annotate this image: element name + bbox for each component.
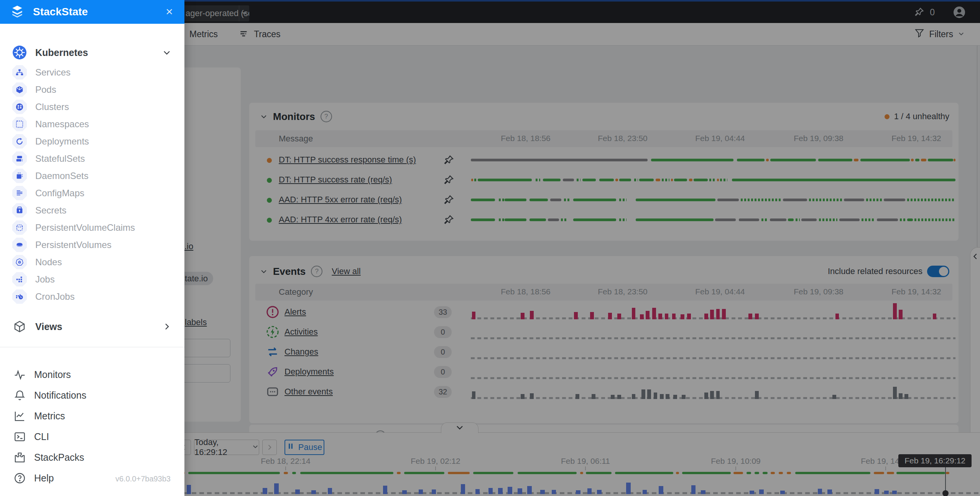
resource-icon: [12, 117, 27, 131]
sidebar-item-label: Deployments: [35, 136, 89, 147]
sidebar-item-icon: [14, 389, 26, 401]
sidebar-bottom-item[interactable]: StackPacks: [0, 447, 184, 468]
sidebar-resource-item[interactable]: Nodes: [0, 253, 184, 271]
sidebar-item-label: Notifications: [34, 390, 86, 401]
resource-icon: [12, 151, 27, 166]
sidebar-item-label: DaemonSets: [35, 171, 89, 181]
sidebar-resource-item[interactable]: Deployments: [0, 133, 184, 150]
sidebar-item-icon: [14, 452, 26, 463]
sidebar-item-label: PersistentVolumes: [35, 240, 112, 250]
sidebar-item-views[interactable]: Views: [0, 317, 184, 336]
resource-icon: [12, 272, 27, 287]
resource-icon: [12, 82, 27, 97]
sidebar-item-label: Views: [35, 321, 62, 332]
resource-icon: [12, 100, 27, 114]
sidebar-item-icon: [14, 369, 26, 381]
sidebar-resource-item[interactable]: Secrets: [0, 202, 184, 219]
sidebar-item-label: CronJobs: [35, 291, 75, 302]
sidebar-resource-item[interactable]: Jobs: [0, 271, 184, 288]
sidebar-item-icon: [14, 410, 26, 422]
sidebar-resource-item[interactable]: DaemonSets: [0, 167, 184, 184]
sidebar-resource-item[interactable]: Clusters: [0, 98, 184, 115]
sidebar-bottom-item[interactable]: CLI: [0, 426, 184, 447]
sidebar-item-label: Secrets: [35, 205, 66, 216]
close-drawer-icon[interactable]: ×: [166, 5, 173, 18]
sidebar-item-label: Pods: [35, 84, 56, 95]
brand-name: StackState: [33, 6, 88, 18]
navigation-drawer: StackState × Kubernetes Services Pods Cl…: [0, 0, 184, 496]
resource-icon: [12, 238, 27, 252]
sidebar-item-label: Namespaces: [35, 119, 89, 130]
sidebar-item-icon: [14, 431, 26, 443]
resource-icon: [12, 203, 27, 218]
sidebar-bottom-item[interactable]: Monitors: [0, 364, 184, 385]
resource-icon: [12, 186, 27, 200]
resource-icon: [12, 134, 27, 149]
sidebar-item-label: Help: [34, 473, 54, 484]
sidebar-item-label: Monitors: [34, 369, 71, 380]
sidebar-item-label: Jobs: [35, 274, 55, 285]
views-cube-icon: [13, 320, 26, 333]
resource-icon: [12, 289, 27, 304]
resource-icon: [12, 65, 27, 80]
sidebar-item-label: Nodes: [35, 257, 62, 268]
sidebar-item-icon: [14, 472, 26, 484]
sidebar-resource-item[interactable]: StatefulSets: [0, 150, 184, 167]
sidebar-item-kubernetes[interactable]: Kubernetes: [0, 43, 184, 62]
sidebar-resource-item[interactable]: Namespaces: [0, 115, 184, 133]
sidebar-item-label: Services: [35, 67, 71, 78]
sidebar-item-label: Clusters: [35, 102, 69, 112]
drawer-header: StackState ×: [0, 0, 184, 24]
sidebar-resource-item[interactable]: Services: [0, 64, 184, 81]
sidebar-resource-item[interactable]: CronJobs: [0, 288, 184, 305]
sidebar-item-label: StackPacks: [34, 452, 84, 463]
stackstate-logo-icon: [10, 4, 25, 20]
sidebar-item-label: PersistentVolumeClaims: [35, 222, 135, 233]
sidebar-item-label: CLI: [34, 431, 49, 442]
resource-icon: [12, 255, 27, 269]
kubernetes-icon: [12, 45, 27, 60]
sidebar-item-label: Kubernetes: [35, 47, 88, 58]
sidebar-item-label: Metrics: [34, 411, 65, 422]
sidebar-resource-item[interactable]: PersistentVolumes: [0, 236, 184, 253]
chevron-right-icon: [162, 322, 171, 331]
sidebar-resource-item[interactable]: ConfigMaps: [0, 184, 184, 202]
resource-icon: [12, 169, 27, 183]
sidebar-bottom-item[interactable]: Metrics: [0, 406, 184, 426]
sidebar-item-label: ConfigMaps: [35, 188, 84, 199]
sidebar-resource-item[interactable]: PersistentVolumeClaims: [0, 219, 184, 236]
chevron-down-icon: [162, 48, 171, 57]
sidebar-resource-item[interactable]: Pods: [0, 81, 184, 98]
drawer-divider: [0, 347, 184, 347]
sidebar-item-label: StatefulSets: [35, 153, 85, 164]
sidebar-bottom-item[interactable]: Notifications: [0, 385, 184, 406]
resource-icon: [12, 220, 27, 235]
app-version: v6.0.0+7ba93b3: [115, 475, 171, 483]
